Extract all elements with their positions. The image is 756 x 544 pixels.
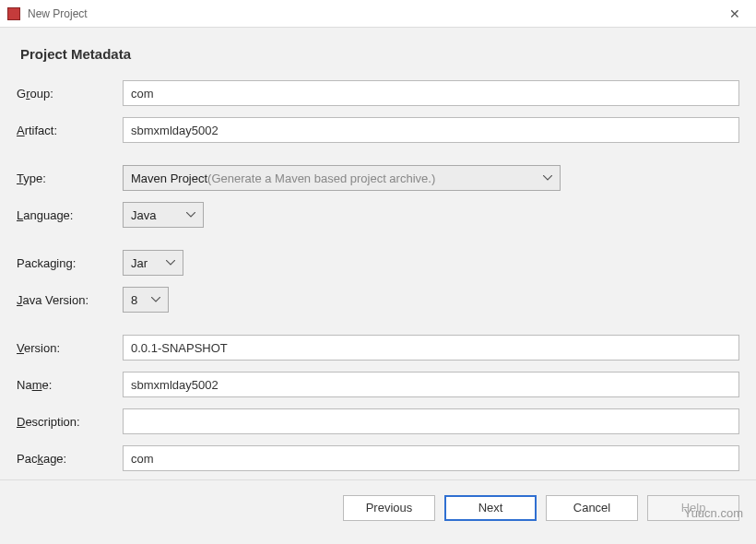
titlebar: New Project ✕	[0, 0, 756, 28]
row-version: Version:	[17, 335, 739, 361]
version-input[interactable]	[123, 335, 739, 361]
language-select[interactable]: Java	[123, 202, 204, 228]
row-java-version: Java Version: 8	[17, 287, 739, 313]
row-type: Type: Maven Project (Generate a Maven ba…	[17, 165, 739, 191]
row-language: Language: Java	[17, 202, 739, 228]
content-area: Project Metadata Group: Artifact: Type: …	[0, 28, 756, 479]
button-bar: Previous Next Cancel Help	[0, 479, 756, 535]
label-packaging: Packaging:	[17, 256, 123, 270]
label-java-version: Java Version:	[17, 293, 123, 307]
description-input[interactable]	[123, 408, 739, 434]
label-version: Version:	[17, 341, 123, 355]
cancel-button[interactable]: Cancel	[546, 495, 638, 521]
java-version-select[interactable]: 8	[123, 287, 169, 313]
page-title: Project Metadata	[20, 46, 739, 62]
previous-button[interactable]: Previous	[343, 495, 435, 521]
row-package: Package:	[17, 445, 739, 471]
package-input[interactable]	[123, 445, 739, 471]
label-description: Description:	[17, 415, 123, 429]
chevron-down-icon	[166, 260, 175, 266]
label-language: Language:	[17, 208, 123, 222]
name-input[interactable]	[123, 372, 739, 397]
packaging-select[interactable]: Jar	[123, 250, 183, 276]
row-name: Name:	[17, 372, 739, 397]
artifact-input[interactable]	[123, 117, 739, 143]
window-title: New Project	[28, 7, 721, 20]
group-input[interactable]	[123, 80, 739, 106]
next-button[interactable]: Next	[444, 495, 537, 521]
chevron-down-icon	[186, 212, 195, 218]
label-type: Type:	[17, 171, 123, 185]
row-description: Description:	[17, 408, 739, 434]
label-name: Name:	[17, 378, 123, 392]
label-artifact: Artifact:	[17, 124, 123, 137]
close-icon[interactable]: ✕	[721, 6, 749, 21]
label-group: Group:	[17, 87, 123, 101]
row-packaging: Packaging: Jar	[17, 250, 739, 276]
row-artifact: Artifact:	[17, 117, 739, 143]
chevron-down-icon	[543, 175, 552, 181]
type-select[interactable]: Maven Project (Generate a Maven based pr…	[123, 165, 561, 191]
app-icon	[7, 7, 20, 20]
row-group: Group:	[17, 80, 739, 106]
chevron-down-icon	[151, 297, 160, 302]
label-package: Package:	[17, 452, 123, 466]
help-button[interactable]: Help	[647, 495, 739, 521]
